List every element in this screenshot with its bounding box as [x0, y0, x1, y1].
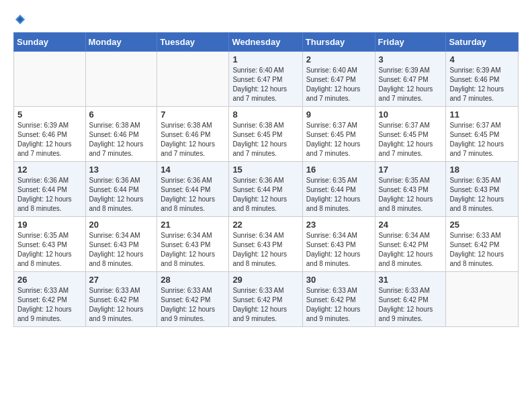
calendar-table: SundayMondayTuesdayWednesdayThursdayFrid…: [13, 32, 519, 327]
calendar-cell: 25Sunrise: 6:33 AM Sunset: 6:42 PM Dayli…: [446, 217, 519, 272]
day-info: Sunrise: 6:40 AM Sunset: 6:47 PM Dayligh…: [232, 66, 298, 103]
calendar-week-row: 12Sunrise: 6:36 AM Sunset: 6:44 PM Dayli…: [14, 162, 519, 217]
day-info: Sunrise: 6:33 AM Sunset: 6:42 PM Dayligh…: [89, 286, 154, 324]
day-number: 27: [89, 275, 154, 285]
day-number: 7: [161, 109, 225, 120]
day-header-wednesday: Wednesday: [229, 33, 302, 52]
day-number: 28: [161, 275, 225, 285]
day-info: Sunrise: 6:39 AM Sunset: 6:47 PM Dayligh…: [379, 66, 443, 103]
day-number: 2: [306, 54, 371, 64]
calendar-cell: 8Sunrise: 6:38 AM Sunset: 6:45 PM Daylig…: [229, 107, 302, 162]
day-info: Sunrise: 6:35 AM Sunset: 6:43 PM Dayligh…: [17, 231, 82, 269]
day-number: 4: [449, 54, 515, 64]
day-number: 30: [306, 275, 371, 285]
calendar-cell: 30Sunrise: 6:33 AM Sunset: 6:42 PM Dayli…: [302, 272, 375, 327]
calendar-cell: 28Sunrise: 6:33 AM Sunset: 6:42 PM Dayli…: [157, 272, 229, 327]
day-number: 16: [306, 165, 371, 175]
day-info: Sunrise: 6:35 AM Sunset: 6:43 PM Dayligh…: [449, 176, 515, 214]
day-info: Sunrise: 6:36 AM Sunset: 6:44 PM Dayligh…: [17, 176, 82, 214]
calendar-cell: 19Sunrise: 6:35 AM Sunset: 6:43 PM Dayli…: [14, 217, 86, 272]
day-info: Sunrise: 6:34 AM Sunset: 6:43 PM Dayligh…: [306, 231, 371, 269]
calendar-week-row: 26Sunrise: 6:33 AM Sunset: 6:42 PM Dayli…: [14, 272, 519, 327]
calendar-week-row: 19Sunrise: 6:35 AM Sunset: 6:43 PM Dayli…: [14, 217, 519, 272]
day-header-friday: Friday: [375, 33, 446, 52]
calendar-cell: 27Sunrise: 6:33 AM Sunset: 6:42 PM Dayli…: [85, 272, 157, 327]
calendar-cell: 23Sunrise: 6:34 AM Sunset: 6:43 PM Dayli…: [302, 217, 375, 272]
day-number: 5: [17, 109, 82, 120]
day-info: Sunrise: 6:40 AM Sunset: 6:47 PM Dayligh…: [306, 66, 371, 103]
calendar-header-row: SundayMondayTuesdayWednesdayThursdayFrid…: [14, 33, 519, 52]
day-info: Sunrise: 6:34 AM Sunset: 6:43 PM Dayligh…: [89, 231, 154, 269]
calendar-cell: [157, 52, 229, 107]
day-info: Sunrise: 6:33 AM Sunset: 6:42 PM Dayligh…: [17, 286, 82, 324]
calendar-cell: 14Sunrise: 6:36 AM Sunset: 6:44 PM Dayli…: [157, 162, 229, 217]
calendar-cell: 17Sunrise: 6:35 AM Sunset: 6:43 PM Dayli…: [375, 162, 446, 217]
day-info: Sunrise: 6:35 AM Sunset: 6:44 PM Dayligh…: [306, 176, 371, 214]
day-number: 8: [232, 109, 298, 120]
page-header: [13, 13, 519, 26]
day-header-monday: Monday: [85, 33, 157, 52]
day-number: 26: [17, 275, 82, 285]
day-number: 6: [89, 109, 154, 120]
day-number: 24: [379, 220, 443, 230]
calendar-cell: 10Sunrise: 6:37 AM Sunset: 6:45 PM Dayli…: [375, 107, 446, 162]
day-number: 14: [161, 165, 225, 175]
day-number: 11: [449, 109, 515, 120]
day-info: Sunrise: 6:33 AM Sunset: 6:42 PM Dayligh…: [232, 286, 298, 324]
day-info: Sunrise: 6:36 AM Sunset: 6:44 PM Dayligh…: [161, 176, 225, 214]
calendar-cell: 29Sunrise: 6:33 AM Sunset: 6:42 PM Dayli…: [229, 272, 302, 327]
calendar-cell: 11Sunrise: 6:37 AM Sunset: 6:45 PM Dayli…: [446, 107, 519, 162]
day-number: 31: [379, 275, 443, 285]
day-info: Sunrise: 6:33 AM Sunset: 6:42 PM Dayligh…: [161, 286, 225, 324]
day-info: Sunrise: 6:35 AM Sunset: 6:43 PM Dayligh…: [379, 176, 443, 214]
day-info: Sunrise: 6:33 AM Sunset: 6:42 PM Dayligh…: [306, 286, 371, 324]
day-number: 18: [449, 165, 515, 175]
day-info: Sunrise: 6:33 AM Sunset: 6:42 PM Dayligh…: [379, 286, 443, 324]
day-number: 9: [306, 109, 371, 120]
calendar-week-row: 1Sunrise: 6:40 AM Sunset: 6:47 PM Daylig…: [14, 52, 519, 107]
day-info: Sunrise: 6:38 AM Sunset: 6:45 PM Dayligh…: [232, 121, 298, 158]
day-number: 12: [17, 165, 82, 175]
calendar-cell: 3Sunrise: 6:39 AM Sunset: 6:47 PM Daylig…: [375, 52, 446, 107]
calendar-cell: 26Sunrise: 6:33 AM Sunset: 6:42 PM Dayli…: [14, 272, 86, 327]
calendar-cell: 16Sunrise: 6:35 AM Sunset: 6:44 PM Dayli…: [302, 162, 375, 217]
day-header-sunday: Sunday: [14, 33, 86, 52]
day-info: Sunrise: 6:39 AM Sunset: 6:46 PM Dayligh…: [17, 121, 82, 158]
calendar-cell: 1Sunrise: 6:40 AM Sunset: 6:47 PM Daylig…: [229, 52, 302, 107]
logo: [13, 13, 27, 26]
calendar-cell: 24Sunrise: 6:34 AM Sunset: 6:42 PM Dayli…: [375, 217, 446, 272]
calendar-cell: 9Sunrise: 6:37 AM Sunset: 6:45 PM Daylig…: [302, 107, 375, 162]
day-number: 3: [379, 54, 443, 64]
logo-icon: [14, 13, 26, 26]
calendar-cell: 20Sunrise: 6:34 AM Sunset: 6:43 PM Dayli…: [85, 217, 157, 272]
day-info: Sunrise: 6:37 AM Sunset: 6:45 PM Dayligh…: [306, 121, 371, 158]
day-info: Sunrise: 6:33 AM Sunset: 6:42 PM Dayligh…: [449, 231, 515, 269]
calendar-cell: 21Sunrise: 6:34 AM Sunset: 6:43 PM Dayli…: [157, 217, 229, 272]
calendar-cell: [14, 52, 86, 107]
day-number: 23: [306, 220, 371, 230]
day-info: Sunrise: 6:36 AM Sunset: 6:44 PM Dayligh…: [232, 176, 298, 214]
day-number: 20: [89, 220, 154, 230]
calendar-cell: [85, 52, 157, 107]
calendar-cell: 5Sunrise: 6:39 AM Sunset: 6:46 PM Daylig…: [14, 107, 86, 162]
day-header-thursday: Thursday: [302, 33, 375, 52]
day-number: 21: [161, 220, 225, 230]
day-info: Sunrise: 6:38 AM Sunset: 6:46 PM Dayligh…: [89, 121, 154, 158]
calendar-cell: 12Sunrise: 6:36 AM Sunset: 6:44 PM Dayli…: [14, 162, 86, 217]
day-number: 29: [232, 275, 298, 285]
calendar-cell: 15Sunrise: 6:36 AM Sunset: 6:44 PM Dayli…: [229, 162, 302, 217]
day-info: Sunrise: 6:39 AM Sunset: 6:46 PM Dayligh…: [449, 66, 515, 103]
day-number: 22: [232, 220, 298, 230]
day-header-saturday: Saturday: [446, 33, 519, 52]
day-number: 25: [449, 220, 515, 230]
day-info: Sunrise: 6:34 AM Sunset: 6:43 PM Dayligh…: [161, 231, 225, 269]
calendar-cell: 31Sunrise: 6:33 AM Sunset: 6:42 PM Dayli…: [375, 272, 446, 327]
day-info: Sunrise: 6:38 AM Sunset: 6:46 PM Dayligh…: [161, 121, 225, 158]
day-info: Sunrise: 6:36 AM Sunset: 6:44 PM Dayligh…: [89, 176, 154, 214]
calendar-cell: 18Sunrise: 6:35 AM Sunset: 6:43 PM Dayli…: [446, 162, 519, 217]
day-info: Sunrise: 6:37 AM Sunset: 6:45 PM Dayligh…: [379, 121, 443, 158]
calendar-cell: [446, 272, 519, 327]
day-info: Sunrise: 6:37 AM Sunset: 6:45 PM Dayligh…: [449, 121, 515, 158]
day-number: 17: [379, 165, 443, 175]
day-header-tuesday: Tuesday: [157, 33, 229, 52]
